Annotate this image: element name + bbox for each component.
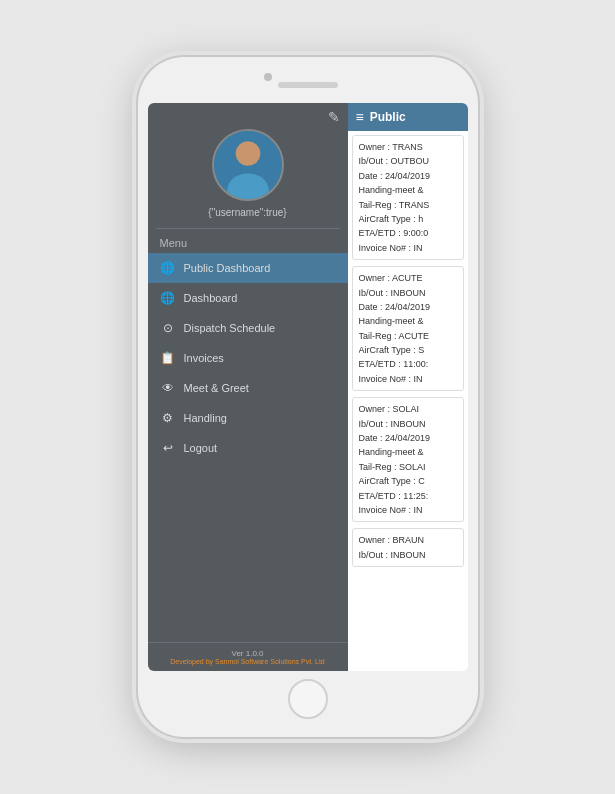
public-dashboard-label: Public Dashboard (184, 262, 271, 274)
card-0-aircraft: AirCraft Type : h (359, 212, 457, 226)
card-2: Owner : SOLAIIb/Out : INBOUNDate : 24/04… (352, 397, 464, 522)
dashboard-label: Dashboard (184, 292, 238, 304)
front-camera (264, 73, 272, 81)
card-2-invoice: Invoice No# : IN (359, 503, 457, 517)
card-1-invoice: Invoice No# : IN (359, 372, 457, 386)
card-1-handing: Handing-meet & (359, 314, 457, 328)
dispatch-schedule-label: Dispatch Schedule (184, 322, 276, 334)
meet-greet-label: Meet & Greet (184, 382, 249, 394)
version-text: Ver 1.0.0 (156, 649, 340, 658)
card-1: Owner : ACUTEIb/Out : INBOUNDate : 24/04… (352, 266, 464, 391)
card-3: Owner : BRAUNIb/Out : INBOUN (352, 528, 464, 567)
sidebar-item-public-dashboard[interactable]: 🌐Public Dashboard (148, 253, 348, 283)
card-3-owner: Owner : BRAUN (359, 533, 457, 547)
home-button[interactable] (288, 679, 328, 719)
main-header: ≡ Public (348, 103, 468, 131)
sidebar-item-invoices[interactable]: 📋Invoices (148, 343, 348, 373)
card-2-aircraft: AirCraft Type : C (359, 474, 457, 488)
phone-screen: ✎ {"username":true} Menu 🌐Public Dashboa… (148, 103, 468, 671)
card-0-handing: Handing-meet & (359, 183, 457, 197)
svg-point-1 (235, 141, 260, 166)
public-dashboard-icon: 🌐 (160, 260, 176, 276)
logout-icon: ↩ (160, 440, 176, 456)
card-0-date: Date : 24/04/2019 (359, 169, 457, 183)
card-1-date: Date : 24/04/2019 (359, 300, 457, 314)
sidebar-item-dispatch-schedule[interactable]: ⊙Dispatch Schedule (148, 313, 348, 343)
sidebar-item-dashboard[interactable]: 🌐Dashboard (148, 283, 348, 313)
card-2-inout: Ib/Out : INBOUN (359, 417, 457, 431)
logout-label: Logout (184, 442, 218, 454)
card-1-inout: Ib/Out : INBOUN (359, 286, 457, 300)
main-title: Public (370, 110, 406, 124)
company-name: Sanmol Software Solutions Pvt. Ltd (215, 658, 325, 665)
phone-frame: ✎ {"username":true} Menu 🌐Public Dashboa… (138, 57, 478, 737)
username-label: {"username":true} (208, 207, 286, 218)
card-2-date: Date : 24/04/2019 (359, 431, 457, 445)
card-0-tail_reg: Tail-Reg : TRANS (359, 198, 457, 212)
phone-bottom (148, 671, 468, 723)
card-1-owner: Owner : ACUTE (359, 271, 457, 285)
meet-greet-icon: 👁 (160, 380, 176, 396)
card-2-eta: ETA/ETD : 11:25: (359, 489, 457, 503)
sidebar-item-logout[interactable]: ↩Logout (148, 433, 348, 463)
sidebar-item-meet-greet[interactable]: 👁Meet & Greet (148, 373, 348, 403)
sidebar-item-handling[interactable]: ⚙Handling (148, 403, 348, 433)
card-0-inout: Ib/Out : OUTBOU (359, 154, 457, 168)
menu-label: Menu (148, 229, 348, 253)
sidebar-header: ✎ (148, 103, 348, 125)
invoices-label: Invoices (184, 352, 224, 364)
card-3-inout: Ib/Out : INBOUN (359, 548, 457, 562)
card-0-invoice: Invoice No# : IN (359, 241, 457, 255)
edit-icon[interactable]: ✎ (328, 109, 340, 125)
invoices-icon: 📋 (160, 350, 176, 366)
avatar (212, 129, 284, 201)
hamburger-icon[interactable]: ≡ (356, 109, 364, 125)
phone-top-bar (148, 71, 468, 99)
developer-text: Developed by Sanmol Software Solutions P… (156, 658, 340, 665)
sidebar: ✎ {"username":true} Menu 🌐Public Dashboa… (148, 103, 348, 671)
card-2-handing: Handing-meet & (359, 445, 457, 459)
card-2-owner: Owner : SOLAI (359, 402, 457, 416)
card-1-aircraft: AirCraft Type : S (359, 343, 457, 357)
handling-icon: ⚙ (160, 410, 176, 426)
card-0: Owner : TRANSIb/Out : OUTBOUDate : 24/04… (352, 135, 464, 260)
sidebar-footer: Ver 1.0.0 Developed by Sanmol Software S… (148, 642, 348, 671)
handling-label: Handling (184, 412, 227, 424)
main-content[interactable]: Owner : TRANSIb/Out : OUTBOUDate : 24/04… (348, 131, 468, 671)
avatar-area: {"username":true} (148, 125, 348, 228)
card-0-eta: ETA/ETD : 9:00:0 (359, 226, 457, 240)
menu-items: 🌐Public Dashboard🌐Dashboard⊙Dispatch Sch… (148, 253, 348, 642)
card-0-owner: Owner : TRANS (359, 140, 457, 154)
card-1-eta: ETA/ETD : 11:00: (359, 357, 457, 371)
phone-speaker (278, 82, 338, 88)
dispatch-schedule-icon: ⊙ (160, 320, 176, 336)
card-1-tail_reg: Tail-Reg : ACUTE (359, 329, 457, 343)
card-2-tail_reg: Tail-Reg : SOLAI (359, 460, 457, 474)
dashboard-icon: 🌐 (160, 290, 176, 306)
main-panel: ≡ Public Owner : TRANSIb/Out : OUTBOUDat… (348, 103, 468, 671)
